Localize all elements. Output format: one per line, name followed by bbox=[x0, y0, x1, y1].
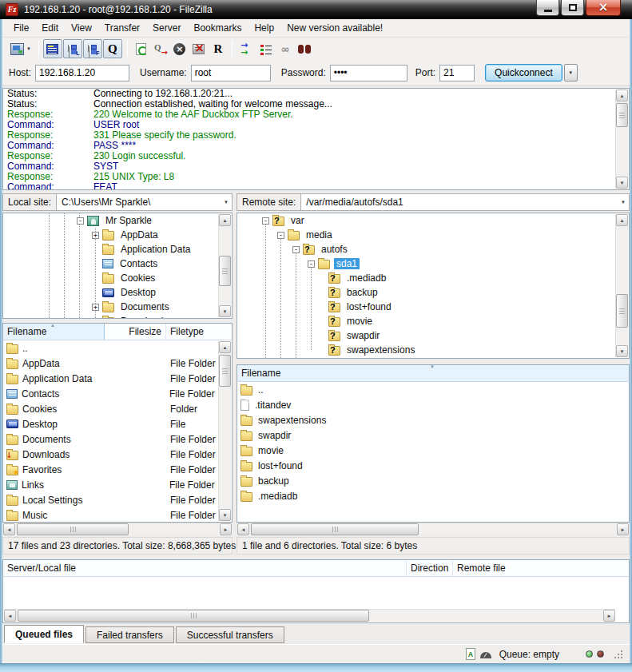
file-row[interactable]: .mediadb bbox=[237, 488, 629, 503]
menu-file[interactable]: File bbox=[7, 21, 35, 35]
tree-item-label[interactable]: Cookies bbox=[118, 272, 157, 284]
tree-item-label[interactable]: autofs bbox=[319, 244, 350, 255]
menu-transfer[interactable]: Transfer bbox=[98, 21, 146, 35]
column-filename[interactable]: Filename bbox=[3, 324, 105, 340]
tree-item-movie[interactable]: movie bbox=[237, 314, 629, 328]
file-row[interactable]: LinksFile Folder bbox=[3, 477, 232, 492]
remote-hscrollbar[interactable] bbox=[237, 523, 629, 535]
speed-limits-icon[interactable] bbox=[480, 652, 491, 658]
collapse-icon[interactable]: - bbox=[262, 217, 269, 225]
reconnect-button[interactable]: R bbox=[209, 39, 228, 58]
menu-view[interactable]: View bbox=[65, 21, 98, 35]
scroll-up-icon[interactable] bbox=[219, 341, 231, 353]
scroll-left-icon[interactable] bbox=[4, 610, 16, 622]
menu-help[interactable]: Help bbox=[248, 21, 280, 35]
file-row[interactable]: swapdir bbox=[237, 427, 629, 443]
local-path-combobox[interactable]: C:\Users\Mr Sparkle\ bbox=[57, 193, 233, 211]
scrollbar-thumb[interactable] bbox=[17, 523, 129, 535]
menu-server[interactable]: Server bbox=[146, 21, 187, 35]
tree-item-mediadb[interactable]: .mediadb bbox=[237, 271, 629, 285]
scroll-down-icon[interactable] bbox=[616, 177, 628, 189]
tree-item-autofs[interactable]: -autofs bbox=[237, 242, 629, 256]
tree-item-label[interactable]: var bbox=[288, 215, 307, 226]
scrollbar-thumb[interactable] bbox=[251, 523, 419, 535]
transfer-type-icon[interactable] bbox=[466, 648, 475, 660]
remote-path-combobox[interactable]: /var/media/autofs/sda1 bbox=[301, 193, 630, 211]
scroll-right-icon[interactable] bbox=[617, 523, 629, 535]
scrollbar-thumb[interactable] bbox=[616, 294, 628, 328]
tree-item-documents[interactable]: +Documents bbox=[3, 300, 232, 314]
collapse-icon[interactable]: - bbox=[277, 232, 284, 239]
tree-item-label[interactable]: .mediadb bbox=[344, 272, 388, 284]
tree-item-label[interactable]: Application Data bbox=[118, 244, 193, 255]
tree-item-contacts[interactable]: Contacts bbox=[3, 256, 232, 271]
resize-grip[interactable] bbox=[614, 650, 623, 659]
tree-item-label[interactable]: media bbox=[304, 229, 335, 241]
tree-item-label-selected[interactable]: sda1 bbox=[334, 258, 360, 269]
tab-failed-transfers[interactable]: Failed transfers bbox=[85, 626, 174, 643]
expand-icon[interactable]: + bbox=[92, 232, 99, 239]
file-row[interactable]: Local SettingsFile Folder bbox=[3, 492, 232, 507]
file-row[interactable]: .. bbox=[3, 340, 232, 356]
column-filetype[interactable]: Filetype bbox=[166, 324, 232, 340]
local-tree-scrollbar[interactable] bbox=[218, 214, 231, 317]
toggle-queue-button[interactable]: Q bbox=[103, 39, 122, 58]
column-filename[interactable]: Filename bbox=[237, 365, 629, 381]
quickconnect-dropdown-button[interactable] bbox=[564, 64, 578, 82]
toggle-remote-tree-button[interactable]: F bbox=[83, 39, 102, 58]
close-button[interactable] bbox=[586, 0, 621, 16]
remote-tree-scrollbar[interactable] bbox=[615, 214, 628, 357]
tree-item-label[interactable]: Documents bbox=[118, 301, 172, 312]
synchronized-browsing-button[interactable] bbox=[256, 39, 276, 58]
file-row[interactable]: Application DataFile Folder bbox=[3, 371, 232, 386]
directory-filter-button[interactable] bbox=[276, 39, 295, 58]
cancel-button[interactable] bbox=[170, 39, 189, 58]
file-row[interactable]: swapextensions bbox=[237, 412, 629, 427]
collapse-icon[interactable]: - bbox=[292, 246, 300, 253]
remote-directory-tree[interactable]: -var -media -autofs -sda1 .mediadb backu… bbox=[237, 213, 630, 359]
message-log[interactable]: Status:Connecting to 192.168.1.20:21... … bbox=[2, 88, 630, 190]
tree-item-swapdir[interactable]: swapdir bbox=[237, 328, 629, 343]
tree-item-label[interactable]: Desktop bbox=[118, 287, 158, 298]
tree-item-label[interactable]: lost+found bbox=[344, 301, 394, 312]
disconnect-button[interactable] bbox=[189, 39, 209, 58]
file-row[interactable]: movie bbox=[237, 443, 629, 458]
tree-item-appdata[interactable]: +AppData bbox=[3, 228, 232, 242]
file-row[interactable]: .. bbox=[237, 382, 629, 397]
log-scrollbar[interactable] bbox=[615, 89, 628, 189]
file-row[interactable]: backup bbox=[237, 473, 629, 488]
tree-item-var[interactable]: -var bbox=[237, 213, 629, 228]
scroll-down-icon[interactable] bbox=[616, 345, 628, 357]
tree-item-label[interactable]: AppData bbox=[118, 229, 161, 241]
tree-item-label[interactable]: swapdir bbox=[344, 330, 382, 341]
tree-item-cookies[interactable]: Cookies bbox=[3, 271, 232, 285]
tree-item-label[interactable]: swapextensions bbox=[344, 344, 417, 356]
scroll-right-icon[interactable] bbox=[603, 610, 615, 622]
tree-item-label[interactable]: backup bbox=[344, 287, 380, 298]
tree-item-sda1[interactable]: -sda1 bbox=[237, 256, 629, 271]
tab-queued-files[interactable]: Queued files bbox=[4, 625, 84, 643]
file-row[interactable]: ContactsFile Folder bbox=[3, 386, 232, 401]
file-row[interactable]: lost+found bbox=[237, 458, 629, 473]
queue-list[interactable] bbox=[2, 577, 630, 623]
tree-item-mr-sparkle[interactable]: -Mr Sparkle bbox=[3, 213, 232, 228]
scroll-left-icon[interactable] bbox=[3, 523, 15, 535]
collapse-icon[interactable]: - bbox=[308, 260, 315, 268]
tree-item-backup[interactable]: backup bbox=[237, 285, 629, 300]
remote-file-list[interactable]: .. .titandev swapextensions swapdir movi… bbox=[237, 382, 630, 523]
maximize-button[interactable] bbox=[561, 0, 584, 16]
process-queue-button[interactable] bbox=[151, 39, 170, 58]
local-file-list[interactable]: .. AppDataFile Folder Application DataFi… bbox=[2, 340, 233, 523]
scrollbar-thumb[interactable] bbox=[616, 103, 628, 127]
chevron-down-icon[interactable] bbox=[621, 200, 626, 205]
local-directory-tree[interactable]: -Mr Sparkle +AppData Application Data Co… bbox=[2, 213, 233, 319]
file-row[interactable]: .titandev bbox=[237, 397, 629, 412]
scroll-down-icon[interactable] bbox=[219, 509, 231, 521]
tree-item-lost-found[interactable]: lost+found bbox=[237, 300, 629, 314]
expand-icon[interactable]: + bbox=[92, 304, 99, 311]
file-row[interactable]: CookiesFolder bbox=[3, 401, 232, 416]
toggle-message-log-button[interactable] bbox=[43, 39, 62, 58]
scrollbar-thumb[interactable] bbox=[18, 610, 369, 622]
scroll-down-icon[interactable] bbox=[219, 305, 231, 317]
scroll-up-icon[interactable] bbox=[219, 214, 231, 226]
